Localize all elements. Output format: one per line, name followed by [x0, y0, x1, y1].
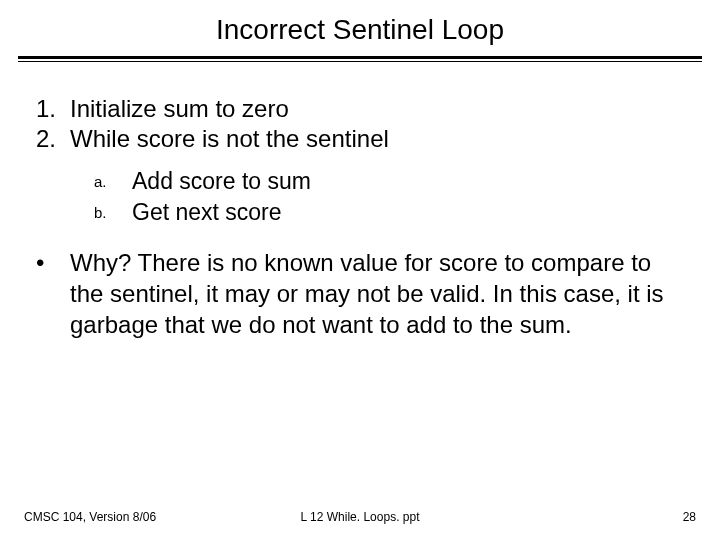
bullet-text: Why? There is no known value for score t… — [70, 248, 684, 340]
slide-body: 1. Initialize sum to zero 2. While score… — [0, 62, 720, 340]
item-text: While score is not the sentinel — [70, 124, 389, 154]
footer-center: L 12 While. Loops. ppt — [301, 510, 420, 524]
numbered-list: 1. Initialize sum to zero 2. While score… — [36, 94, 684, 154]
bullet-item: • Why? There is no known value for score… — [36, 248, 684, 340]
sub-list: a. Add score to sum b. Get next score — [94, 166, 684, 228]
slide-footer: CMSC 104, Version 8/06 L 12 While. Loops… — [0, 510, 720, 524]
list-item: a. Add score to sum — [94, 166, 684, 197]
bullet-dot: • — [36, 248, 70, 340]
item-text: Initialize sum to zero — [70, 94, 289, 124]
list-item: 2. While score is not the sentinel — [36, 124, 684, 154]
item-marker: a. — [94, 166, 132, 197]
item-marker: b. — [94, 197, 132, 228]
item-number: 1. — [36, 94, 70, 124]
footer-left: CMSC 104, Version 8/06 — [24, 510, 156, 524]
item-text: Add score to sum — [132, 166, 311, 197]
item-number: 2. — [36, 124, 70, 154]
list-item: 1. Initialize sum to zero — [36, 94, 684, 124]
item-text: Get next score — [132, 197, 282, 228]
slide-title: Incorrect Sentinel Loop — [0, 0, 720, 56]
footer-right: 28 — [683, 510, 696, 524]
list-item: b. Get next score — [94, 197, 684, 228]
